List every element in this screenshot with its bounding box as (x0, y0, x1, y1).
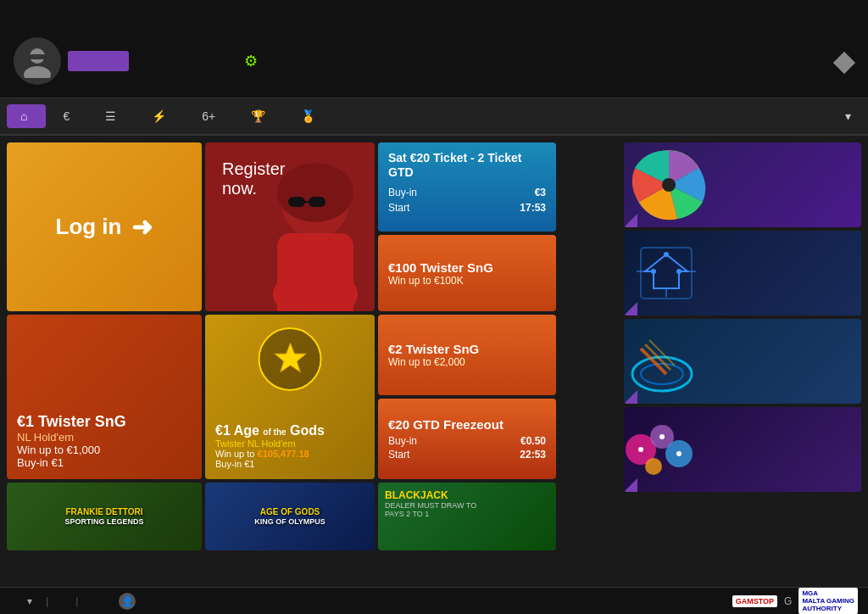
titlebar (0, 0, 868, 24)
svg-point-17 (676, 269, 682, 274)
cashier-icon: ⚙ (244, 53, 258, 70)
promo-home-games[interactable] (624, 231, 861, 315)
gamstop-logo: GAMSTOP (732, 595, 777, 607)
betfair-logo: ◆ (833, 45, 854, 77)
svg-point-32 (659, 434, 665, 439)
mga-logo: MGAMALTA GAMINGAUTHORITY (798, 588, 858, 614)
g-logo: G (784, 595, 792, 607)
svg-point-16 (651, 269, 656, 274)
tab-sit-go[interactable]: 🏆 (237, 104, 284, 128)
game-grid: Log in➜ Registernow. Sat €20 Ticket - 2 … (7, 142, 617, 580)
promo-twister-races[interactable] (624, 319, 861, 404)
card-twister1[interactable]: €1 Twister SnG NL Hold'em Win up to €1,0… (7, 315, 202, 479)
user-icon (20, 44, 54, 78)
tab-holdem[interactable]: 6+ (188, 104, 234, 128)
svg-rect-2 (29, 54, 46, 59)
card-gtd-freezeout[interactable]: €20 GTD Freezeout Buy-in€0.50 Start22:53 (378, 399, 556, 479)
card-blackjack[interactable]: BLACKJACK DEALER MUST DRAW TO PAYS 2 TO … (378, 483, 556, 550)
svg-marker-10 (274, 343, 306, 372)
card-frankie[interactable]: FRANKIE DETTORISPORTING LEGENDS (7, 483, 202, 550)
home-games-graphic (632, 239, 700, 307)
avatar-area (14, 37, 149, 85)
tab-home[interactable]: ⌂ (7, 104, 46, 128)
promo-daily-wheel[interactable] (624, 142, 861, 227)
card-age-olympus[interactable]: AGE OF GODSKING OF OLYMPUS (205, 483, 375, 550)
real-money-selector[interactable]: ▾ (832, 104, 861, 128)
svg-point-1 (24, 66, 51, 78)
twister-icon: ☰ (105, 109, 116, 123)
tourney-icon: 🏅 (301, 109, 315, 123)
main-nav: ⚙ (163, 52, 833, 70)
cash-icon: € (63, 109, 70, 123)
svg-point-13 (662, 178, 676, 192)
login-button[interactable] (68, 51, 129, 71)
header: ⚙ ◆ (0, 24, 868, 98)
svg-point-31 (638, 447, 643, 452)
card-sat-ticket[interactable]: Sat €20 Ticket - 2 Ticket GTD Buy-in€3 S… (378, 142, 556, 232)
card-age-gods[interactable]: €1 Age of the Gods Twister NL Hold'em Wi… (205, 315, 375, 479)
sit-go-icon: 🏆 (251, 109, 265, 123)
logo-text: ◆ (833, 45, 854, 77)
main-content: Log in➜ Registernow. Sat €20 Ticket - 2 … (0, 136, 868, 587)
wheel-graphic (631, 147, 707, 223)
tabbar: ⌂ € ☰ ⚡ 6+ 🏆 🏅 ▾ (0, 98, 868, 136)
tab-cash[interactable]: € (49, 104, 88, 128)
tab-speed[interactable]: ⚡ (138, 104, 185, 128)
svg-point-30 (645, 458, 662, 475)
card-twister-2[interactable]: €2 Twister SnG Win up to €2,000 (378, 315, 556, 395)
svg-point-18 (664, 252, 669, 257)
home-icon: ⌂ (20, 109, 27, 123)
ag-logo-icon (269, 338, 311, 381)
svg-point-4 (277, 163, 353, 222)
statusbar: ▾ | | 👤 GAMSTOP G MGAMALTA GAMINGAUTHORI… (0, 587, 868, 614)
tab-twister[interactable]: ☰ (92, 104, 135, 128)
nav-cashier[interactable]: ⚙ (244, 52, 261, 70)
card-register[interactable]: Registernow. (205, 142, 375, 311)
twister-graphic (624, 323, 700, 399)
compliance-logos: GAMSTOP G MGAMALTA GAMINGAUTHORITY (732, 588, 858, 614)
svg-point-23 (641, 364, 683, 384)
card-login[interactable]: Log in➜ (7, 142, 202, 311)
svg-point-33 (676, 451, 682, 456)
avatar (14, 37, 61, 85)
promo-bubble-bonus[interactable] (624, 407, 861, 492)
speed-icon: ⚡ (152, 109, 166, 123)
right-sidebar (624, 142, 861, 580)
bubble-graphic (624, 407, 709, 483)
status-avatar-icon: 👤 (119, 593, 136, 610)
chevron-down-icon: ▾ (845, 109, 851, 123)
card-twister-100[interactable]: €100 Twister SnG Win up to €100K (378, 235, 556, 311)
timezone-dropdown-icon[interactable]: ▾ (27, 595, 32, 607)
holdem-icon: 6+ (202, 109, 215, 123)
tab-tourney[interactable]: 🏅 (287, 104, 334, 128)
status-time: ▾ (24, 595, 32, 607)
svg-rect-6 (309, 197, 326, 207)
svg-rect-5 (288, 197, 305, 207)
